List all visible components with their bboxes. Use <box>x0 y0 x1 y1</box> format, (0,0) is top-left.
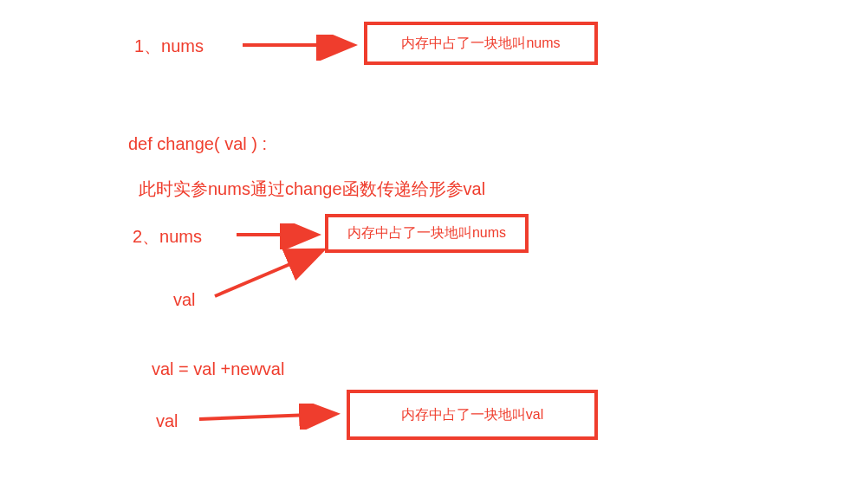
assignment-line: val = val +newval <box>152 359 284 379</box>
description-text: 此时实参nums通过change函数传递给形参val <box>139 178 485 201</box>
label-val-2: val <box>156 411 178 431</box>
svg-line-5 <box>215 251 321 296</box>
arrow-3-diagonal <box>208 244 334 305</box>
arrow-1 <box>238 35 364 61</box>
box-3-val-memory: 内存中占了一块地叫val <box>347 390 598 440</box>
label-2-nums: 2、nums <box>133 225 202 249</box>
box-3-text: 内存中占了一块地叫val <box>401 406 543 424</box>
def-change-line: def change( val ) : <box>128 134 267 154</box>
box-2-nums-memory: 内存中占了一块地叫nums <box>325 214 529 253</box>
box-2-text: 内存中占了一块地叫nums <box>347 224 506 242</box>
box-1-nums-memory: 内存中占了一块地叫nums <box>364 22 598 65</box>
box-1-text: 内存中占了一块地叫nums <box>401 35 560 53</box>
label-1-nums: 1、nums <box>134 35 204 58</box>
label-val: val <box>173 290 196 310</box>
arrow-4 <box>195 404 347 430</box>
svg-line-7 <box>199 414 334 419</box>
